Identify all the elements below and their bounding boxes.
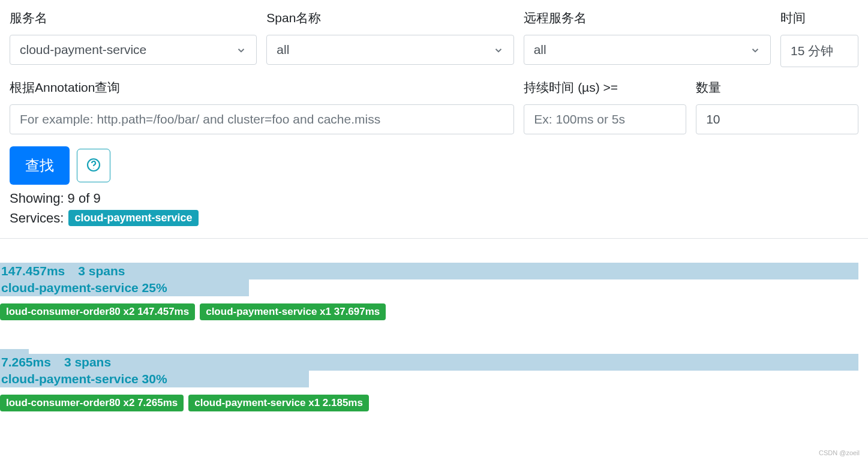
duration-bar: 7.265ms3 spans [0, 354, 858, 371]
annotation-label: 根据Annotation查询 [10, 79, 514, 96]
help-button[interactable] [77, 149, 110, 182]
divider [0, 238, 868, 239]
span-service-badge: loud-consumer-order80 x2 147.457ms [0, 303, 195, 320]
mini-duration-bar [0, 349, 29, 354]
time-select[interactable]: 15 分钟 [780, 35, 858, 67]
trace-duration: 7.265ms [1, 355, 51, 369]
service-name-label: 服务名 [10, 10, 257, 26]
find-button[interactable]: 查找 [10, 146, 70, 185]
showing-text: Showing: 9 of 9 [10, 191, 858, 206]
remote-service-select[interactable]: all [524, 35, 771, 65]
help-icon [86, 158, 101, 174]
time-value: 15 分钟 [791, 43, 848, 59]
span-name-value: all [277, 43, 486, 57]
duration-label: 持续时间 (µs) >= [524, 79, 686, 96]
trace-duration: 147.457ms [1, 264, 65, 278]
service-badges-row: loud-consumer-order80 x2 7.265mscloud-pa… [0, 395, 858, 411]
service-badge: cloud-payment-service [68, 210, 198, 226]
service-name-select[interactable]: cloud-payment-service [10, 35, 257, 65]
service-name-value: cloud-payment-service [20, 43, 230, 57]
services-label: Services: [10, 211, 64, 226]
service-percent-bar: cloud-payment-service 30% [0, 371, 309, 387]
span-service-badge: loud-consumer-order80 x2 7.265ms [0, 395, 184, 411]
span-service-badge: cloud-payment-service x1 37.697ms [200, 303, 386, 320]
duration-bar: 147.457ms3 spans [0, 263, 858, 279]
span-name-label: Span名称 [266, 10, 513, 26]
service-badges-row: loud-consumer-order80 x2 147.457mscloud-… [0, 303, 858, 320]
remote-service-value: all [534, 43, 744, 57]
span-service-badge: cloud-payment-service x1 2.185ms [188, 395, 369, 411]
time-label: 时间 [780, 10, 858, 26]
trace-span-count: 3 spans [78, 264, 125, 278]
span-name-select[interactable]: all [266, 35, 513, 65]
remote-service-label: 远程服务名 [524, 10, 771, 26]
svg-point-1 [93, 167, 94, 168]
service-percent-bar: cloud-payment-service 25% [0, 279, 249, 296]
annotation-input[interactable] [10, 104, 514, 134]
trace-result[interactable]: 7.265ms3 spanscloud-payment-service 30%l… [0, 349, 858, 411]
chevron-down-icon [236, 44, 247, 55]
limit-input[interactable] [696, 104, 858, 134]
limit-label: 数量 [696, 79, 858, 96]
trace-result[interactable]: 147.457ms3 spanscloud-payment-service 25… [0, 263, 858, 320]
chevron-down-icon [750, 44, 761, 55]
trace-span-count: 3 spans [64, 355, 111, 369]
chevron-down-icon [493, 44, 504, 55]
duration-input[interactable] [524, 104, 686, 134]
